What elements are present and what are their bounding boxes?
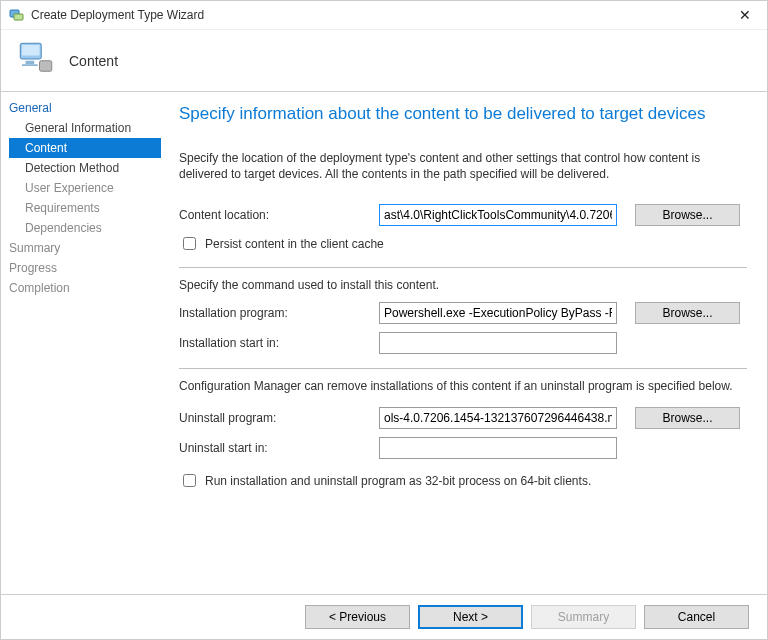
sidebar-item-requirements[interactable]: Requirements [9,198,161,218]
sidebar-item-detection-method[interactable]: Detection Method [9,158,161,178]
uninstall-start-label: Uninstall start in: [179,441,379,455]
sidebar-item-progress[interactable]: Progress [9,258,161,278]
uninstall-help-text: Configuration Manager can remove install… [179,379,747,393]
run32-label: Run installation and uninstall program a… [205,474,591,488]
install-start-input[interactable] [379,332,617,354]
install-program-label: Installation program: [179,306,379,320]
svg-rect-5 [22,64,38,66]
main-panel: Specify information about the content to… [161,92,767,594]
sidebar-item-content[interactable]: Content [9,138,161,158]
sidebar-item-summary[interactable]: Summary [9,238,161,258]
run32-checkbox[interactable] [183,474,196,487]
content-location-browse-button[interactable]: Browse... [635,204,740,226]
persist-label: Persist content in the client cache [205,237,384,251]
svg-rect-3 [22,45,40,56]
close-icon[interactable]: ✕ [731,7,759,23]
sidebar-item-general-information[interactable]: General Information [9,118,161,138]
title-bar: Create Deployment Type Wizard ✕ [1,1,767,29]
run32-checkbox-row[interactable]: Run installation and uninstall program a… [179,471,747,490]
sidebar-item-user-experience[interactable]: User Experience [9,178,161,198]
cancel-button[interactable]: Cancel [644,605,749,629]
banner-step-title: Content [69,53,118,69]
banner: Content [1,29,767,92]
svg-rect-6 [40,61,52,72]
content-location-input[interactable] [379,204,617,226]
uninstall-start-input[interactable] [379,437,617,459]
sidebar-item-completion[interactable]: Completion [9,278,161,298]
wizard-sidebar: General General Information Content Dete… [1,92,161,594]
previous-button[interactable]: < Previous [305,605,410,629]
content-location-label: Content location: [179,208,379,222]
uninstall-program-label: Uninstall program: [179,411,379,425]
persist-checkbox[interactable] [183,237,196,250]
install-program-input[interactable] [379,302,617,324]
uninstall-program-browse-button[interactable]: Browse... [635,407,740,429]
sidebar-item-dependencies[interactable]: Dependencies [9,218,161,238]
banner-computer-icon [15,38,57,83]
install-program-browse-button[interactable]: Browse... [635,302,740,324]
next-button[interactable]: Next > [418,605,523,629]
persist-checkbox-row[interactable]: Persist content in the client cache [179,234,747,253]
install-section-text: Specify the command used to install this… [179,278,747,292]
window-title: Create Deployment Type Wizard [31,8,731,22]
app-icon [9,7,25,23]
sidebar-item-general[interactable]: General [9,98,161,118]
help-text: Specify the location of the deployment t… [179,150,747,182]
uninstall-program-input[interactable] [379,407,617,429]
page-title: Specify information about the content to… [179,104,747,124]
svg-rect-4 [26,61,35,65]
divider [179,267,747,268]
install-start-label: Installation start in: [179,336,379,350]
divider [179,368,747,369]
summary-button: Summary [531,605,636,629]
svg-rect-1 [14,14,23,20]
footer: < Previous Next > Summary Cancel [1,594,767,639]
